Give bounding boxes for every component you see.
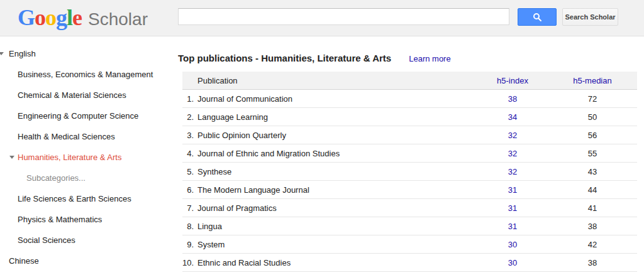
h5-median-header-link[interactable]: h5-median [573,76,611,85]
rank-label: 4. [182,149,194,158]
h5-index-value-link[interactable]: 32 [508,167,517,176]
publication-name: Lingua [194,222,477,231]
logo-letter: e [72,5,82,30]
publication-name: Ethnic and Racial Studies [194,258,477,267]
search-scholar-button[interactable]: Search Scholar [562,8,618,26]
sidebar-item-humanities-literature-arts[interactable]: Humanities, Literature & Arts [0,147,176,168]
h5-median-value: 41 [548,203,637,213]
h5-index-value-link[interactable]: 31 [508,203,517,213]
sidebar-item-label: Chinese [9,256,39,266]
rank-label: 1. [182,94,194,104]
sidebar-item-label: English [9,49,36,58]
rank-label: 8. [182,222,194,231]
sidebar-item-label: Subcategories... [26,173,86,183]
sidebar-item-label: Health & Medical Sciences [18,132,115,141]
sidebar-item-engineering-computer-science[interactable]: Engineering & Computer Science [0,105,176,126]
logo-letter: o [45,5,56,30]
h5-index-value-link[interactable]: 30 [508,258,517,267]
rank-label: 7. [182,203,194,213]
logo-letter: G [18,5,35,30]
h5-median-value: 55 [548,149,637,158]
table-row: 5. Synthese 32 43 [182,163,637,181]
table-row: 1. Journal of Communication 38 72 [182,90,637,108]
category-sidebar: English Business, Economics & Management… [0,37,176,275]
publication-name: Public Opinion Quarterly [194,131,477,140]
publication-name: Synthese [194,167,477,176]
column-header-h5-median[interactable]: h5-median [548,76,637,85]
publication-name: Journal of Ethnic and Migration Studies [194,149,477,158]
publication-name: Journal of Communication [194,94,477,104]
column-header-h5-index[interactable]: h5-index [477,76,548,85]
publication-name: System [194,240,477,249]
rank-label: 10. [182,258,194,267]
h5-index-value-link[interactable]: 31 [508,185,517,195]
sidebar-item-business-economics-management[interactable]: Business, Economics & Management [0,64,176,85]
publication-name: The Modern Language Journal [194,185,477,195]
top-publications-table: Publication h5-index h5-median 1. Journa… [182,72,637,272]
h5-median-value: 38 [548,222,637,231]
sidebar-item-label: Chemical & Material Sciences [18,90,126,100]
h5-median-value: 56 [548,131,637,140]
main-content: Top publications - Humanities, Literatur… [176,37,644,275]
logo-letter: o [35,5,45,30]
rank-label: 5. [182,167,194,176]
table-row: 4. Journal of Ethnic and Migration Studi… [182,144,637,163]
page-title: Top publications - Humanities, Literatur… [178,53,391,63]
scholar-wordmark: Scholar [88,9,148,29]
logo-letter: g [56,5,67,30]
sidebar-item-english[interactable]: English [0,43,176,64]
h5-index-value-link[interactable]: 32 [508,149,517,158]
h5-median-value: 50 [548,112,637,122]
search-button[interactable] [518,8,557,26]
sidebar-item-health-medical-sciences[interactable]: Health & Medical Sciences [0,126,176,147]
sidebar-item-label: Life Sciences & Earth Sciences [18,194,131,203]
column-header-publication: Publication [182,76,477,85]
google-scholar-logo[interactable]: GoogleScholar [18,5,148,35]
table-row: 9. System 30 42 [182,235,637,254]
table-header-row: Publication h5-index h5-median [182,72,637,90]
table-row: 6. The Modern Language Journal 31 44 [182,181,637,199]
sidebar-item-subcategories[interactable]: Subcategories... [0,168,176,188]
h5-median-value: 44 [548,185,637,195]
h5-index-header-link[interactable]: h5-index [497,76,528,85]
h5-index-value-link[interactable]: 34 [508,112,517,122]
publication-name: Journal of Pragmatics [194,203,477,213]
h5-median-value: 38 [548,258,637,267]
search-icon [533,13,542,22]
sidebar-item-label: Humanities, Literature & Arts [18,153,121,162]
chevron-down-icon [9,156,14,159]
h5-index-value-link[interactable]: 30 [508,240,517,249]
table-row: 7. Journal of Pragmatics 31 41 [182,199,637,217]
sidebar-item-label: Physics & Mathematics [18,215,102,224]
table-row: 10. Ethnic and Racial Studies 30 38 [182,254,637,272]
rank-label: 2. [182,112,194,122]
table-row: 8. Lingua 31 38 [182,217,637,235]
search-input[interactable] [178,8,509,25]
sidebar-item-label: Social Sciences [18,235,75,245]
sidebar-item-life-sciences-earth-sciences[interactable]: Life Sciences & Earth Sciences [0,188,176,209]
learn-more-link[interactable]: Learn more [409,54,450,63]
chevron-down-icon [0,52,4,55]
table-row: 3. Public Opinion Quarterly 32 56 [182,126,637,144]
title-row: Top publications - Humanities, Literatur… [178,53,644,63]
sidebar-item-label: Engineering & Computer Science [18,111,138,121]
publication-name: Language Learning [194,112,477,122]
logo-letter: l [67,5,72,30]
sidebar-item-physics-mathematics[interactable]: Physics & Mathematics [0,209,176,230]
table-row: 2. Language Learning 34 50 [182,108,637,126]
sidebar-item-label: Business, Economics & Management [18,70,153,79]
sidebar-item-chemical-material-sciences[interactable]: Chemical & Material Sciences [0,85,176,105]
h5-median-value: 42 [548,240,637,249]
h5-index-value-link[interactable]: 32 [508,131,517,140]
h5-median-value: 72 [548,94,637,104]
google-logo: Google [18,5,82,30]
h5-index-value-link[interactable]: 31 [508,222,517,231]
rank-label: 9. [182,240,194,249]
top-header: GoogleScholar Search Scholar [0,0,644,36]
sidebar-item-chinese[interactable]: Chinese [0,251,176,271]
sidebar-item-social-sciences[interactable]: Social Sciences [0,230,176,251]
h5-index-value-link[interactable]: 38 [508,94,517,104]
rank-label: 3. [182,131,194,140]
h5-median-value: 43 [548,167,637,176]
page-body: English Business, Economics & Management… [0,37,644,275]
